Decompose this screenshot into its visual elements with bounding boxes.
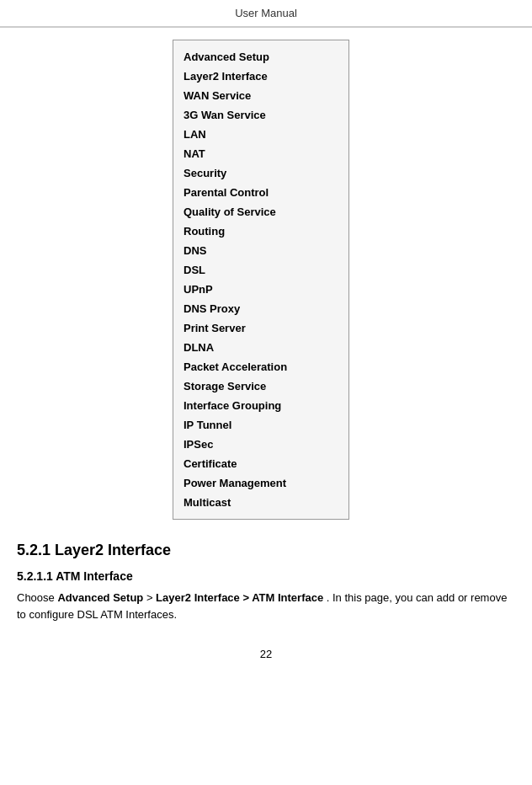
menu-item-16[interactable]: Packet Acceleration [173,357,348,376]
menu-item-7[interactable]: Parental Control [173,183,348,202]
menu-item-17[interactable]: Storage Service [173,376,348,396]
page-number: 22 [0,631,532,669]
menu-item-8[interactable]: Quality of Service [173,202,348,222]
body-bold1: Advanced Setup [57,591,143,604]
menu-item-6[interactable]: Security [173,163,348,183]
menu-item-19[interactable]: IP Tunnel [173,415,348,435]
menu-item-18[interactable]: Interface Grouping [173,396,348,415]
content-area: Advanced SetupLayer2 InterfaceWAN Servic… [0,31,532,528]
menu-item-14[interactable]: Print Server [173,318,348,338]
menu-item-21[interactable]: Certificate [173,454,348,473]
menu-item-22[interactable]: Power Management [173,473,348,493]
menu-item-23[interactable]: Multicast [173,493,348,512]
body-text-part2: > [143,591,156,604]
menu-item-4[interactable]: LAN [173,125,348,144]
menu-item-0[interactable]: Advanced Setup [173,47,348,67]
menu-item-5[interactable]: NAT [173,144,348,163]
subsection-title: 5.2.1.1 ATM Interface [17,569,515,583]
page-header: User Manual [0,0,532,27]
menu-item-11[interactable]: DSL [173,260,348,280]
header-divider [0,27,532,28]
menu-item-12[interactable]: UPnP [173,280,348,299]
menu-box: Advanced SetupLayer2 InterfaceWAN Servic… [173,40,349,520]
menu-item-15[interactable]: DLNA [173,338,348,357]
menu-item-9[interactable]: Routing [173,222,348,241]
menu-item-13[interactable]: DNS Proxy [173,299,348,318]
menu-item-2[interactable]: WAN Service [173,86,348,105]
section-below: 5.2.1 Layer2 Interface 5.2.1.1 ATM Inter… [0,528,532,631]
menu-item-20[interactable]: IPSec [173,435,348,454]
section-title: 5.2.1 Layer2 Interface [17,542,515,559]
menu-item-1[interactable]: Layer2 Interface [173,67,348,86]
body-text-part1: Choose [17,591,57,604]
body-paragraph: Choose Advanced Setup > Layer2 Interface… [17,590,515,622]
menu-item-10[interactable]: DNS [173,241,348,260]
menu-item-3[interactable]: 3G Wan Service [173,105,348,125]
body-bold2: Layer2 Interface > ATM Interface [156,591,323,604]
header-title: User Manual [235,7,297,19]
